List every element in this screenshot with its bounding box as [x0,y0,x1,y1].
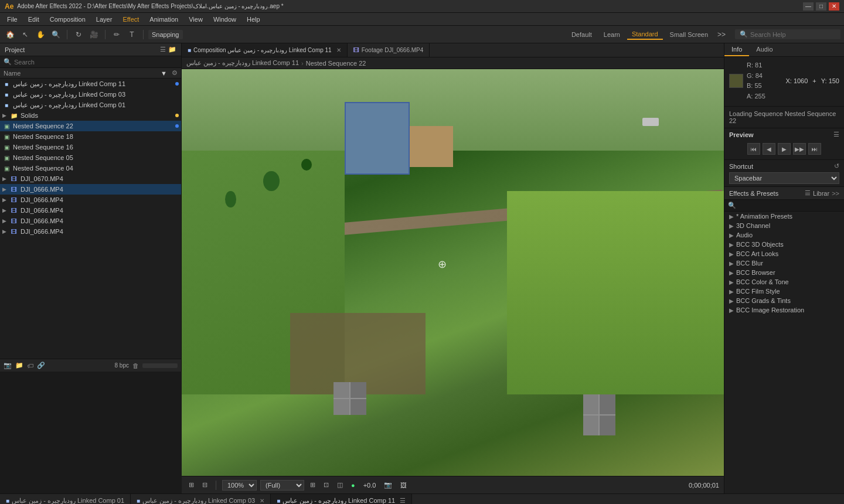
project-item[interactable]: ▣ Nested Sequence 16 [0,142,181,152]
project-item[interactable]: ▶ 🎞 DJI_0666.MP4 [0,226,181,237]
project-item[interactable]: ▶ 🎞 DJI_0670.MP4 [0,173,181,184]
close-tab-icon[interactable]: ✕ [260,498,264,504]
skip-to-start-button[interactable]: ⏮ [747,143,760,155]
main-layout: Project ☰ 📁 🔍 Name ▼ ⚙ ■ رودبارچیره - زم… [0,43,844,493]
workspace-more[interactable]: >> [715,28,728,41]
search-help-input[interactable] [750,31,836,38]
tl-tab-comp11[interactable]: ■ رودبارچیره - زمین عباس Linked Comp 11 … [271,494,412,504]
tab-audio[interactable]: Audio [749,43,780,56]
project-search-input[interactable] [14,59,178,66]
menu-layer[interactable]: Layer [91,15,117,24]
grid-btn[interactable]: ⊞ [308,480,318,490]
project-item[interactable]: ▶ 🎞 DJI_0666.MP4 [0,184,181,195]
select-tool[interactable]: ↖ [19,28,32,41]
workspace-learn[interactable]: Learn [599,30,625,39]
project-item[interactable]: ▣ Nested Sequence 04 [0,163,181,173]
home-button[interactable]: 🏠 [4,28,16,41]
menu-window[interactable]: Window [209,15,241,24]
pen-tool[interactable]: ✏ [110,28,123,41]
step-forward-button[interactable]: ▶▶ [793,143,806,155]
shortcut-refresh-icon[interactable]: ↺ [834,162,839,170]
tab-info[interactable]: Info [724,43,749,56]
project-item[interactable]: ▶ 🎞 DJI_0666.MP4 [0,205,181,216]
menu-composition[interactable]: Composition [45,15,90,24]
rotate-tool[interactable]: ↻ [72,28,85,41]
snapshot-btn[interactable]: 📷 [382,480,394,490]
color-label-icon[interactable]: 🏷 [27,362,33,369]
project-item-solids[interactable]: ▶ 📁 Solids [0,110,181,121]
breadcrumb-comp11[interactable]: رودبارچیره - زمین عباس Linked Comp 11 [186,59,299,67]
toggle-masks-btn[interactable]: ◫ [335,480,345,490]
library-tab[interactable]: Librar [813,190,829,197]
tl-tab-comp03[interactable]: ■ رودبارچیره - زمین عباس Linked Comp 03 … [131,494,271,504]
effect-bcc-3d-objects[interactable]: ▶ BCC 3D Objects [724,240,844,249]
text-tool[interactable]: T [125,28,138,41]
project-item[interactable]: ■ رودبارچیره - زمین عباس Linked Comp 01 [0,100,181,110]
project-item[interactable]: ▣ Nested Sequence 05 [0,152,181,163]
col-options-icon[interactable]: ⚙ [172,69,178,77]
effect-bcc-browser[interactable]: ▶ BCC Browser [724,268,844,277]
project-item[interactable]: ▣ Nested Sequence 22 [0,121,181,131]
preview-menu-icon[interactable]: ☰ [833,131,839,138]
play-button[interactable]: ▶ [778,143,791,155]
menu-animation[interactable]: Animation [145,15,183,24]
menu-effect[interactable]: Effect [118,15,144,24]
project-item[interactable]: ▶ 🎞 DJI_0666.MP4 [0,195,181,205]
tab-menu-icon[interactable]: ☰ [400,497,406,504]
project-item[interactable]: ■ رودبارچیره - زمین عباس Linked Comp 11 [0,79,181,89]
region-of-interest-btn[interactable]: ⊟ [200,480,210,490]
maximize-button[interactable]: □ [816,2,826,11]
safe-zones-btn[interactable]: ⊡ [321,480,331,490]
effect-bcc-art-looks[interactable]: ▶ BCC Art Looks [724,249,844,258]
workspace-small-screen[interactable]: Small Screen [665,30,713,39]
effect-bcc-blur[interactable]: ▶ BCC Blur [724,258,844,268]
menu-view[interactable]: View [184,15,207,24]
zoom-select[interactable]: 100% 50% 200% [222,480,257,491]
effect-bcc-grads-tints[interactable]: ▶ BCC Grads & Tints [724,296,844,305]
project-item[interactable]: ▶ 🎞 DJI_0666.MP4 [0,216,181,226]
effects-menu-icon[interactable]: ☰ [805,189,811,197]
minimize-button[interactable]: — [803,2,814,11]
step-back-button[interactable]: ◀ [763,143,775,155]
toolbar-divider-3 [143,30,144,39]
effect-bcc-color-tone[interactable]: ▶ BCC Color & Tone [724,277,844,287]
snapping-button[interactable]: Snapping [148,30,183,39]
effect-bcc-film-style[interactable]: ▶ BCC Film Style [724,287,844,296]
hand-tool[interactable]: ✋ [34,28,47,41]
project-item[interactable]: ■ رودبارچیره - زمین عباس Linked Comp 03 [0,89,181,100]
effects-more-icon[interactable]: >> [832,190,839,197]
show-snapshot-btn[interactable]: 🖼 [398,481,409,490]
workspace-default[interactable]: Default [567,30,597,39]
close-button[interactable]: ✕ [829,2,839,11]
close-tab-icon[interactable]: ✕ [336,47,341,53]
viewer-canvas[interactable]: ⊕ [182,69,724,476]
effect-audio[interactable]: ▶ Audio [724,230,844,240]
skip-to-end-button[interactable]: ⏭ [808,143,821,155]
effect-animation-presets[interactable]: ▶ * Animation Presets [724,212,844,221]
menu-edit[interactable]: Edit [23,15,44,24]
breadcrumb-nested22[interactable]: Nested Sequence 22 [306,60,366,67]
effect-3d-channel[interactable]: ▶ 3D Channel [724,221,844,230]
project-menu-icon[interactable]: ☰ [160,46,166,53]
new-comp-icon[interactable]: 📷 [4,362,12,369]
viewer-tab-comp11[interactable]: ■ Composition رودبارچیره - زمین عباس Lin… [182,43,348,57]
folder-icon: 📁 [10,111,18,120]
project-folder-icon[interactable]: 📁 [168,46,176,53]
effect-bcc-image-restoration[interactable]: ▶ BCC Image Restoration [724,305,844,315]
delete-icon[interactable]: 🗑 [132,362,139,369]
menu-file[interactable]: File [2,15,22,24]
new-folder-icon[interactable]: 📁 [15,362,23,369]
zoom-tool[interactable]: 🔍 [49,28,62,41]
tl-tab-comp01[interactable]: ■ رودبارچیره - زمین عباس Linked Comp 01 [0,494,131,504]
camera-tool[interactable]: 🎥 [87,28,100,41]
effects-search-input[interactable] [738,202,840,209]
shortcut-select[interactable]: Spacebar Enter Numpad 0 [729,172,839,184]
viewer-tab-footage[interactable]: 🎞 Footage DJI_0666.MP4 [348,43,430,57]
workspace-standard[interactable]: Standard [627,29,663,40]
stone-blocks-2 [583,394,616,435]
fit-to-screen-btn[interactable]: ⊞ [186,480,196,490]
project-item[interactable]: ▣ Nested Sequence 18 [0,131,181,142]
dependency-icon[interactable]: 🔗 [37,362,45,369]
menu-help[interactable]: Help [242,15,265,24]
quality-select[interactable]: (Full) (Half) (Quarter) [260,480,304,491]
